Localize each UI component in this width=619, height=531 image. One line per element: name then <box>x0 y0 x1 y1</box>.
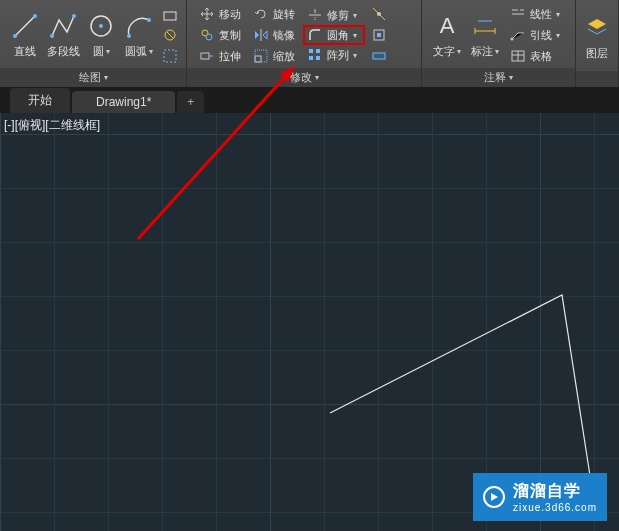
draw-tool-3[interactable] <box>160 46 180 66</box>
arc-icon <box>124 11 154 41</box>
leader-button[interactable]: 引线▾ <box>506 25 564 45</box>
modify-tool-2[interactable] <box>369 25 389 45</box>
fillet-icon <box>307 27 323 43</box>
circle-button[interactable]: 圆▾ <box>82 4 120 66</box>
draw-tool-1[interactable] <box>160 4 180 24</box>
trim-button[interactable]: 修剪▾ <box>303 5 365 25</box>
polyline-icon <box>48 11 78 41</box>
panel-modify: 移动 复制 拉伸 旋转 镜像 缩放 修剪▾ 圆角▾ 阵列▾ <box>187 0 422 87</box>
svg-rect-23 <box>377 33 381 37</box>
move-icon <box>199 6 215 22</box>
svg-point-3 <box>50 34 54 38</box>
linetype-button[interactable]: 线性▾ <box>506 4 564 24</box>
svg-rect-14 <box>201 53 209 59</box>
svg-line-0 <box>15 16 35 36</box>
watermark: 溜溜自学 zixue.3d66.com <box>473 473 607 521</box>
modify-tool-1[interactable] <box>369 4 389 24</box>
document-tabs: 开始 Drawing1* + <box>0 87 619 113</box>
copy-button[interactable]: 复制 <box>195 25 245 45</box>
svg-rect-19 <box>309 56 313 60</box>
text-label: 文字 <box>433 44 455 59</box>
svg-rect-9 <box>164 12 176 20</box>
panel-annotate-label: 注释 <box>484 70 506 85</box>
svg-point-2 <box>33 14 37 18</box>
linetype-label: 线性 <box>530 7 552 22</box>
mirror-icon <box>253 27 269 43</box>
tab-drawing1[interactable]: Drawing1* <box>72 91 175 113</box>
stretch-button[interactable]: 拉伸 <box>195 46 245 66</box>
layer-icon <box>582 13 612 43</box>
panel-layer: 图层 <box>576 0 619 87</box>
chevron-down-icon: ▾ <box>353 11 357 20</box>
chevron-down-icon: ▾ <box>353 51 357 60</box>
draw-tool-2[interactable] <box>160 25 180 45</box>
mirror-button[interactable]: 镜像 <box>249 25 299 45</box>
chevron-down-icon: ▾ <box>353 31 357 40</box>
svg-point-6 <box>99 24 103 28</box>
svg-point-1 <box>13 34 17 38</box>
polyline-button[interactable]: 多段线 <box>44 4 82 66</box>
mirror-label: 镜像 <box>273 28 295 43</box>
layer-button[interactable]: 图层 <box>582 6 612 68</box>
svg-rect-17 <box>309 49 313 53</box>
panel-annotate: A 文字▾ 标注▾ 线性▾ 引线▾ 表格 注释▾ <box>422 0 576 87</box>
line-icon <box>10 11 40 41</box>
circle-icon <box>86 11 116 41</box>
scale-button[interactable]: 缩放 <box>249 46 299 66</box>
svg-rect-11 <box>164 50 176 62</box>
layer-label: 图层 <box>586 46 608 61</box>
text-button[interactable]: A 文字▾ <box>428 4 466 66</box>
stretch-label: 拉伸 <box>219 49 241 64</box>
svg-rect-20 <box>316 56 320 60</box>
svg-point-7 <box>127 34 131 38</box>
chevron-down-icon: ▾ <box>509 73 513 82</box>
svg-marker-30 <box>491 493 498 501</box>
dimension-icon <box>470 11 500 41</box>
rotate-label: 旋转 <box>273 7 295 22</box>
ribbon-toolbar: 直线 多段线 圆▾ 圆弧▾ <box>0 0 619 114</box>
linetype-icon <box>510 6 526 22</box>
tab-add[interactable]: + <box>177 91 204 113</box>
arc-button[interactable]: 圆弧▾ <box>120 4 158 66</box>
scale-icon <box>253 48 269 64</box>
chevron-down-icon: ▾ <box>315 73 319 82</box>
modify-tool-3[interactable] <box>369 46 389 66</box>
svg-rect-24 <box>373 53 385 59</box>
chevron-down-icon: ▾ <box>106 47 110 56</box>
move-label: 移动 <box>219 7 241 22</box>
viewport-label[interactable]: [-][俯视][二维线框] <box>4 117 100 134</box>
panel-modify-label: 修改 <box>290 70 312 85</box>
stretch-icon <box>199 48 215 64</box>
drawing-content <box>0 113 619 531</box>
fillet-button[interactable]: 圆角▾ <box>303 25 365 45</box>
table-icon <box>510 48 526 64</box>
watermark-icon <box>483 486 505 508</box>
rotate-icon <box>253 6 269 22</box>
svg-rect-18 <box>316 49 320 53</box>
svg-rect-15 <box>255 56 261 62</box>
svg-point-8 <box>147 18 151 22</box>
move-button[interactable]: 移动 <box>195 4 245 24</box>
tab-start[interactable]: 开始 <box>10 88 70 113</box>
rotate-button[interactable]: 旋转 <box>249 4 299 24</box>
circle-label: 圆 <box>93 44 104 59</box>
line-button[interactable]: 直线 <box>6 4 44 66</box>
drawing-canvas[interactable]: [-][俯视][二维线框] 溜溜自学 zixue.3d66.com <box>0 113 619 531</box>
array-button[interactable]: 阵列▾ <box>303 45 365 65</box>
dimension-button[interactable]: 标注▾ <box>466 4 504 66</box>
leader-label: 引线 <box>530 28 552 43</box>
table-label: 表格 <box>530 49 552 64</box>
svg-point-4 <box>72 14 76 18</box>
svg-point-26 <box>511 38 514 41</box>
array-label: 阵列 <box>327 48 349 63</box>
panel-draw-label: 绘图 <box>79 70 101 85</box>
text-icon: A <box>432 11 462 41</box>
copy-icon <box>199 27 215 43</box>
fillet-label: 圆角 <box>327 28 349 43</box>
table-button[interactable]: 表格 <box>506 46 564 66</box>
svg-point-13 <box>206 34 212 40</box>
chevron-down-icon: ▾ <box>457 47 461 56</box>
trim-icon <box>307 7 323 23</box>
line-label: 直线 <box>14 44 36 59</box>
trim-label: 修剪 <box>327 8 349 23</box>
